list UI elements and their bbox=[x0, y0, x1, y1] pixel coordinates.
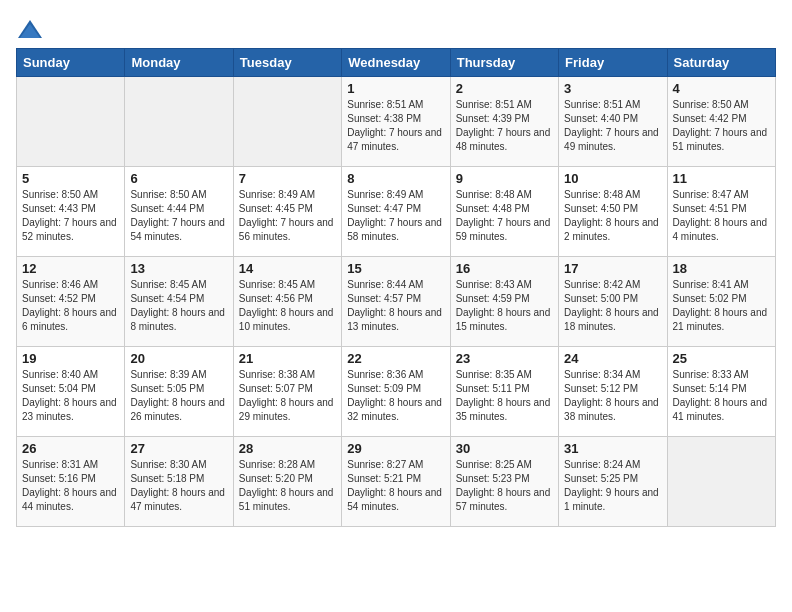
calendar-week-row: 19Sunrise: 8:40 AMSunset: 5:04 PMDayligh… bbox=[17, 347, 776, 437]
calendar-cell: 28Sunrise: 8:28 AMSunset: 5:20 PMDayligh… bbox=[233, 437, 341, 527]
day-number: 29 bbox=[347, 441, 444, 456]
weekday-header-sunday: Sunday bbox=[17, 49, 125, 77]
day-number: 7 bbox=[239, 171, 336, 186]
day-info: Sunrise: 8:41 AMSunset: 5:02 PMDaylight:… bbox=[673, 278, 770, 334]
day-number: 21 bbox=[239, 351, 336, 366]
day-number: 17 bbox=[564, 261, 661, 276]
calendar-cell: 31Sunrise: 8:24 AMSunset: 5:25 PMDayligh… bbox=[559, 437, 667, 527]
day-number: 23 bbox=[456, 351, 553, 366]
day-info: Sunrise: 8:47 AMSunset: 4:51 PMDaylight:… bbox=[673, 188, 770, 244]
calendar-week-row: 5Sunrise: 8:50 AMSunset: 4:43 PMDaylight… bbox=[17, 167, 776, 257]
calendar-table: SundayMondayTuesdayWednesdayThursdayFrid… bbox=[16, 48, 776, 527]
day-number: 5 bbox=[22, 171, 119, 186]
calendar-cell: 29Sunrise: 8:27 AMSunset: 5:21 PMDayligh… bbox=[342, 437, 450, 527]
calendar-cell bbox=[233, 77, 341, 167]
day-info: Sunrise: 8:51 AMSunset: 4:40 PMDaylight:… bbox=[564, 98, 661, 154]
day-number: 8 bbox=[347, 171, 444, 186]
calendar-cell: 26Sunrise: 8:31 AMSunset: 5:16 PMDayligh… bbox=[17, 437, 125, 527]
day-info: Sunrise: 8:25 AMSunset: 5:23 PMDaylight:… bbox=[456, 458, 553, 514]
calendar-cell: 23Sunrise: 8:35 AMSunset: 5:11 PMDayligh… bbox=[450, 347, 558, 437]
calendar-cell bbox=[125, 77, 233, 167]
calendar-cell: 15Sunrise: 8:44 AMSunset: 4:57 PMDayligh… bbox=[342, 257, 450, 347]
calendar-cell: 17Sunrise: 8:42 AMSunset: 5:00 PMDayligh… bbox=[559, 257, 667, 347]
day-info: Sunrise: 8:45 AMSunset: 4:56 PMDaylight:… bbox=[239, 278, 336, 334]
calendar-cell: 18Sunrise: 8:41 AMSunset: 5:02 PMDayligh… bbox=[667, 257, 775, 347]
day-info: Sunrise: 8:50 AMSunset: 4:44 PMDaylight:… bbox=[130, 188, 227, 244]
day-info: Sunrise: 8:44 AMSunset: 4:57 PMDaylight:… bbox=[347, 278, 444, 334]
calendar-cell: 20Sunrise: 8:39 AMSunset: 5:05 PMDayligh… bbox=[125, 347, 233, 437]
day-number: 13 bbox=[130, 261, 227, 276]
page-header bbox=[16, 16, 776, 44]
day-info: Sunrise: 8:36 AMSunset: 5:09 PMDaylight:… bbox=[347, 368, 444, 424]
calendar-cell: 10Sunrise: 8:48 AMSunset: 4:50 PMDayligh… bbox=[559, 167, 667, 257]
calendar-cell: 9Sunrise: 8:48 AMSunset: 4:48 PMDaylight… bbox=[450, 167, 558, 257]
day-number: 12 bbox=[22, 261, 119, 276]
weekday-header-thursday: Thursday bbox=[450, 49, 558, 77]
day-info: Sunrise: 8:28 AMSunset: 5:20 PMDaylight:… bbox=[239, 458, 336, 514]
day-number: 18 bbox=[673, 261, 770, 276]
calendar-cell: 22Sunrise: 8:36 AMSunset: 5:09 PMDayligh… bbox=[342, 347, 450, 437]
weekday-header-monday: Monday bbox=[125, 49, 233, 77]
day-info: Sunrise: 8:33 AMSunset: 5:14 PMDaylight:… bbox=[673, 368, 770, 424]
day-info: Sunrise: 8:40 AMSunset: 5:04 PMDaylight:… bbox=[22, 368, 119, 424]
calendar-cell: 19Sunrise: 8:40 AMSunset: 5:04 PMDayligh… bbox=[17, 347, 125, 437]
calendar-cell bbox=[17, 77, 125, 167]
weekday-header-friday: Friday bbox=[559, 49, 667, 77]
day-number: 4 bbox=[673, 81, 770, 96]
day-number: 30 bbox=[456, 441, 553, 456]
day-info: Sunrise: 8:51 AMSunset: 4:38 PMDaylight:… bbox=[347, 98, 444, 154]
calendar-cell: 16Sunrise: 8:43 AMSunset: 4:59 PMDayligh… bbox=[450, 257, 558, 347]
calendar-cell: 8Sunrise: 8:49 AMSunset: 4:47 PMDaylight… bbox=[342, 167, 450, 257]
day-number: 20 bbox=[130, 351, 227, 366]
day-number: 22 bbox=[347, 351, 444, 366]
calendar-cell: 11Sunrise: 8:47 AMSunset: 4:51 PMDayligh… bbox=[667, 167, 775, 257]
day-info: Sunrise: 8:39 AMSunset: 5:05 PMDaylight:… bbox=[130, 368, 227, 424]
day-info: Sunrise: 8:50 AMSunset: 4:43 PMDaylight:… bbox=[22, 188, 119, 244]
day-info: Sunrise: 8:51 AMSunset: 4:39 PMDaylight:… bbox=[456, 98, 553, 154]
calendar-cell: 24Sunrise: 8:34 AMSunset: 5:12 PMDayligh… bbox=[559, 347, 667, 437]
day-number: 14 bbox=[239, 261, 336, 276]
calendar-cell: 2Sunrise: 8:51 AMSunset: 4:39 PMDaylight… bbox=[450, 77, 558, 167]
calendar-cell: 5Sunrise: 8:50 AMSunset: 4:43 PMDaylight… bbox=[17, 167, 125, 257]
day-info: Sunrise: 8:48 AMSunset: 4:48 PMDaylight:… bbox=[456, 188, 553, 244]
calendar-cell: 30Sunrise: 8:25 AMSunset: 5:23 PMDayligh… bbox=[450, 437, 558, 527]
day-number: 31 bbox=[564, 441, 661, 456]
day-info: Sunrise: 8:42 AMSunset: 5:00 PMDaylight:… bbox=[564, 278, 661, 334]
day-info: Sunrise: 8:27 AMSunset: 5:21 PMDaylight:… bbox=[347, 458, 444, 514]
day-info: Sunrise: 8:46 AMSunset: 4:52 PMDaylight:… bbox=[22, 278, 119, 334]
day-info: Sunrise: 8:30 AMSunset: 5:18 PMDaylight:… bbox=[130, 458, 227, 514]
day-number: 10 bbox=[564, 171, 661, 186]
day-number: 19 bbox=[22, 351, 119, 366]
calendar-cell bbox=[667, 437, 775, 527]
calendar-cell: 3Sunrise: 8:51 AMSunset: 4:40 PMDaylight… bbox=[559, 77, 667, 167]
calendar-cell: 14Sunrise: 8:45 AMSunset: 4:56 PMDayligh… bbox=[233, 257, 341, 347]
day-info: Sunrise: 8:34 AMSunset: 5:12 PMDaylight:… bbox=[564, 368, 661, 424]
day-number: 11 bbox=[673, 171, 770, 186]
day-number: 25 bbox=[673, 351, 770, 366]
calendar-cell: 12Sunrise: 8:46 AMSunset: 4:52 PMDayligh… bbox=[17, 257, 125, 347]
day-info: Sunrise: 8:45 AMSunset: 4:54 PMDaylight:… bbox=[130, 278, 227, 334]
day-number: 28 bbox=[239, 441, 336, 456]
calendar-week-row: 12Sunrise: 8:46 AMSunset: 4:52 PMDayligh… bbox=[17, 257, 776, 347]
weekday-header-wednesday: Wednesday bbox=[342, 49, 450, 77]
calendar-cell: 21Sunrise: 8:38 AMSunset: 5:07 PMDayligh… bbox=[233, 347, 341, 437]
calendar-cell: 1Sunrise: 8:51 AMSunset: 4:38 PMDaylight… bbox=[342, 77, 450, 167]
calendar-cell: 6Sunrise: 8:50 AMSunset: 4:44 PMDaylight… bbox=[125, 167, 233, 257]
day-number: 16 bbox=[456, 261, 553, 276]
day-info: Sunrise: 8:49 AMSunset: 4:45 PMDaylight:… bbox=[239, 188, 336, 244]
logo bbox=[16, 16, 48, 44]
calendar-cell: 25Sunrise: 8:33 AMSunset: 5:14 PMDayligh… bbox=[667, 347, 775, 437]
day-info: Sunrise: 8:24 AMSunset: 5:25 PMDaylight:… bbox=[564, 458, 661, 514]
day-info: Sunrise: 8:35 AMSunset: 5:11 PMDaylight:… bbox=[456, 368, 553, 424]
calendar-cell: 7Sunrise: 8:49 AMSunset: 4:45 PMDaylight… bbox=[233, 167, 341, 257]
day-number: 27 bbox=[130, 441, 227, 456]
day-info: Sunrise: 8:43 AMSunset: 4:59 PMDaylight:… bbox=[456, 278, 553, 334]
day-number: 3 bbox=[564, 81, 661, 96]
calendar-cell: 4Sunrise: 8:50 AMSunset: 4:42 PMDaylight… bbox=[667, 77, 775, 167]
day-info: Sunrise: 8:48 AMSunset: 4:50 PMDaylight:… bbox=[564, 188, 661, 244]
weekday-header-saturday: Saturday bbox=[667, 49, 775, 77]
day-number: 6 bbox=[130, 171, 227, 186]
calendar-cell: 13Sunrise: 8:45 AMSunset: 4:54 PMDayligh… bbox=[125, 257, 233, 347]
day-info: Sunrise: 8:49 AMSunset: 4:47 PMDaylight:… bbox=[347, 188, 444, 244]
day-number: 1 bbox=[347, 81, 444, 96]
